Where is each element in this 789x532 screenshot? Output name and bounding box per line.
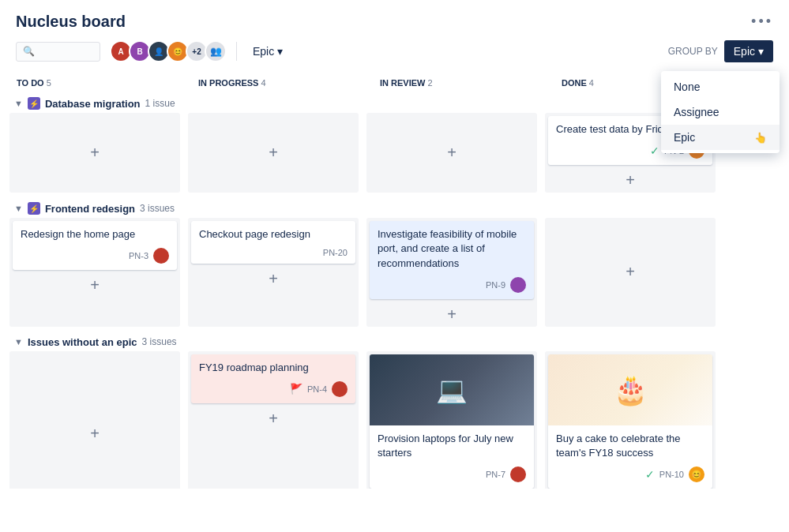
avatar-pn3: [153, 248, 169, 264]
card-pn20[interactable]: Checkout page redesign PN-20: [191, 221, 355, 264]
cake-icon: 🎂: [613, 373, 648, 406]
dropdown-epic-label: Epic: [674, 131, 695, 144]
collapse-icon[interactable]: ▼: [14, 337, 23, 347]
group-by-dropdown: None Assignee Epic 👆: [661, 71, 780, 153]
check-icon: ✓: [645, 468, 655, 481]
toolbar: 🔍 A B 👤 😊 +2 👥 Epic ▾ GROUP BY Epic ▾: [0, 37, 789, 69]
inreview-frontend: Investigate feasibility of mobile port, …: [366, 218, 537, 327]
avatar-pn9: [510, 277, 526, 293]
card-pn10-body: Buy a cake to celebrate the team's FY18 …: [548, 425, 712, 489]
avatar[interactable]: 👥: [205, 40, 227, 62]
epic-name-database: Database migration: [45, 98, 141, 110]
epic-row-noepic: + FY19 roadmap planning 🚩 PN-4 +: [9, 351, 780, 489]
avatar-group: A B 👤 😊 +2 👥: [110, 40, 227, 62]
add-card-done-database[interactable]: +: [548, 171, 712, 189]
dropdown-none[interactable]: None: [661, 74, 780, 99]
epic-header-noepic: ▼ Issues without an epic 3 issues: [9, 333, 780, 351]
col-title-inprogress: IN PROGRESS 4: [198, 78, 266, 88]
epic-issue-count-frontend: 3 issues: [140, 203, 175, 214]
cursor-pointer-icon: 👆: [754, 132, 767, 144]
header-left: Nucleus board: [16, 13, 126, 31]
dropdown-assignee[interactable]: Assignee: [661, 99, 780, 125]
card-img-cake: 🎂: [548, 354, 712, 425]
search-input[interactable]: [38, 46, 93, 58]
flag-icon: 🚩: [290, 383, 302, 395]
add-card-inreview-database[interactable]: +: [447, 144, 456, 162]
card-pn9-id: PN-9: [486, 280, 505, 290]
epic-filter-btn[interactable]: Epic ▾: [246, 42, 289, 61]
inprogress-database: +: [188, 113, 359, 193]
board-title: Nucleus board: [16, 13, 126, 31]
card-pn10-title: Buy a cake to celebrate the team's FY18 …: [556, 432, 704, 460]
add-card-todo-database[interactable]: +: [90, 144, 100, 162]
epic-icon: ⚡: [28, 97, 40, 110]
done-frontend: +: [545, 218, 716, 327]
collapse-icon[interactable]: ▼: [14, 204, 23, 213]
add-card-inprogress-noepic[interactable]: +: [191, 410, 355, 428]
epic-group-by-btn[interactable]: Epic ▾: [724, 40, 773, 62]
epic-name-noepic: Issues without an epic: [28, 336, 137, 348]
add-card-todo-noepic[interactable]: +: [90, 425, 100, 443]
card-pn7-footer: PN-7: [378, 466, 526, 482]
inreview-noepic: 💻 Provision laptops for July new starter…: [366, 351, 537, 489]
col-header-inprogress: IN PROGRESS 4: [195, 72, 369, 94]
chevron-down-icon: ▾: [277, 45, 283, 58]
collapse-icon[interactable]: ▼: [14, 99, 23, 108]
board-body: ▼ ⚡ Database migration 1 issue + + +: [0, 94, 789, 489]
done-noepic: 🎂 Buy a cake to celebrate the team's FY1…: [545, 351, 716, 489]
card-pn9[interactable]: Investigate feasibility of mobile port, …: [370, 221, 534, 299]
card-pn3-title: Redesign the home page: [21, 227, 169, 242]
card-pn9-title: Investigate feasibility of mobile port, …: [378, 227, 526, 271]
card-pn3-footer: PN-3: [21, 248, 169, 264]
avatar-pn4: [332, 381, 348, 397]
epic-section-noepic: ▼ Issues without an epic 3 issues + FY19…: [9, 333, 780, 489]
inprogress-noepic: FY19 roadmap planning 🚩 PN-4 +: [188, 351, 359, 489]
card-pn4-footer: 🚩 PN-4: [199, 381, 348, 397]
todo-noepic: +: [9, 351, 180, 489]
epic-icon: ⚡: [28, 202, 40, 215]
col-title-inreview: IN REVIEW 2: [380, 78, 433, 88]
card-pn20-id: PN-20: [323, 248, 348, 257]
add-card-inprogress-database[interactable]: +: [269, 144, 278, 162]
epic-filter-label: Epic: [253, 45, 274, 58]
add-card-inprogress-frontend[interactable]: +: [191, 270, 355, 288]
card-pn3[interactable]: Redesign the home page PN-3: [13, 221, 177, 270]
card-pn20-footer: PN-20: [199, 248, 348, 257]
card-pn7-id: PN-7: [486, 470, 505, 479]
card-pn7-title: Provision laptops for July new starters: [378, 432, 526, 460]
epic-btn-label: Epic: [734, 45, 755, 58]
card-pn10[interactable]: 🎂 Buy a cake to celebrate the team's FY1…: [548, 354, 712, 489]
todo-database: +: [9, 113, 180, 193]
check-icon: ✓: [650, 144, 659, 157]
toolbar-divider: [236, 42, 237, 61]
epic-issue-count-database: 1 issue: [145, 98, 175, 109]
card-pn10-footer: ✓ PN-10 😊: [556, 466, 704, 482]
epic-issue-count-noepic: 3 issues: [142, 336, 177, 347]
header-dots-btn[interactable]: •••: [751, 13, 773, 30]
add-card-todo-frontend[interactable]: +: [13, 276, 177, 294]
col-header-todo: TO DO 5: [13, 72, 187, 94]
card-pn4[interactable]: FY19 roadmap planning 🚩 PN-4: [191, 354, 355, 403]
search-box[interactable]: 🔍: [16, 42, 100, 62]
add-card-done-frontend[interactable]: +: [626, 263, 635, 281]
epic-header-frontend: ▼ ⚡ Frontend redesign 3 issues: [9, 199, 780, 218]
card-pn3-id: PN-3: [129, 251, 148, 260]
card-pn7[interactable]: 💻 Provision laptops for July new starter…: [370, 354, 534, 489]
epic-section-frontend: ▼ ⚡ Frontend redesign 3 issues Redesign …: [9, 199, 780, 327]
inprogress-frontend: Checkout page redesign PN-20 +: [188, 218, 359, 327]
chevron-down-icon: ▾: [758, 45, 764, 58]
header: Nucleus board •••: [0, 0, 789, 37]
card-pn10-id: PN-10: [659, 470, 684, 479]
card-pn4-title: FY19 roadmap planning: [199, 361, 348, 375]
card-pn20-title: Checkout page redesign: [199, 227, 348, 242]
card-img-laptops: 💻: [370, 354, 534, 425]
col-header-inreview: IN REVIEW 2: [377, 72, 550, 94]
inreview-database: +: [366, 113, 537, 193]
dropdown-epic[interactable]: Epic 👆: [661, 125, 780, 150]
col-title-todo: TO DO 5: [17, 78, 51, 88]
col-title-done: DONE 4: [562, 78, 594, 88]
laptop-icon: 💻: [436, 375, 468, 405]
epic-name-frontend: Frontend redesign: [45, 203, 135, 215]
add-card-inreview-frontend[interactable]: +: [370, 305, 534, 324]
avatar-pn10: 😊: [689, 466, 704, 482]
